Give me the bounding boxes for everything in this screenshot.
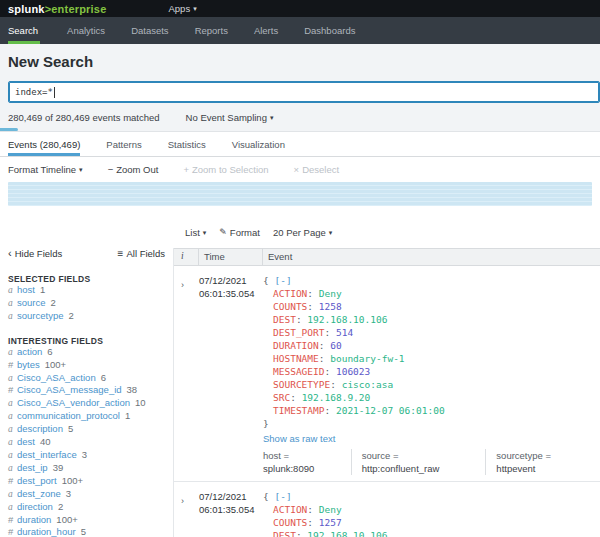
field-item-description[interactable]: adescription5 bbox=[8, 423, 165, 436]
text-cursor bbox=[54, 87, 55, 98]
app-nav: SearchAnalyticsDatasetsReportsAlertsDash… bbox=[0, 17, 600, 44]
string-field-icon: a bbox=[8, 372, 17, 385]
field-item-host[interactable]: ahost1 bbox=[8, 284, 165, 297]
tab-statistics[interactable]: Statistics bbox=[168, 132, 206, 156]
field-count: 1 bbox=[125, 410, 130, 421]
event-content: { [-]ACTION: DenyCOUNTS: 1258DEST: 192.1… bbox=[263, 274, 600, 475]
field-item-dest[interactable]: adest40 bbox=[8, 436, 165, 449]
field-count: 5 bbox=[81, 526, 86, 537]
string-field-icon: a bbox=[8, 297, 17, 310]
hide-fields-label: Hide Fields bbox=[15, 248, 63, 259]
search-progress bbox=[0, 128, 600, 131]
meta-source[interactable]: source = http:confluent_raw bbox=[352, 449, 487, 475]
field-item-dest-port[interactable]: #dest_port100+ bbox=[8, 475, 165, 488]
field-item-communication-protocol[interactable]: acommunication_protocol1 bbox=[8, 410, 165, 423]
events-table: i Time Event ›07/12/202106:01:35.054{ [-… bbox=[173, 248, 600, 537]
show-raw-text-link[interactable]: Show as raw text bbox=[263, 432, 600, 445]
event-time[interactable]: 07/12/202106:01:35.054 bbox=[199, 274, 263, 475]
json-value[interactable]: 2021-12-07 06:01:00 bbox=[336, 405, 445, 416]
search-header: New Search index=* 280,469 of 280,469 ev… bbox=[0, 44, 600, 132]
string-field-icon: a bbox=[8, 436, 17, 449]
nav-item-dashboards[interactable]: Dashboards bbox=[291, 17, 368, 44]
search-input[interactable]: index=* bbox=[8, 81, 600, 103]
nav-item-analytics[interactable]: Analytics bbox=[54, 17, 118, 44]
hide-fields-button[interactable]: ‹ Hide Fields bbox=[8, 248, 62, 259]
deselect-button[interactable]: × Deselect bbox=[294, 164, 340, 175]
nav-item-search[interactable]: Search bbox=[8, 17, 54, 44]
format-timeline-button[interactable]: Format Timeline ▾ bbox=[8, 164, 83, 175]
timeline-toolbar: Format Timeline ▾ − Zoom Out + Zoom to S… bbox=[0, 157, 600, 182]
nav-item-reports[interactable]: Reports bbox=[182, 17, 241, 44]
field-count: 1 bbox=[40, 284, 45, 295]
apps-menu[interactable]: Apps ▾ bbox=[168, 3, 196, 14]
list-view-dropdown[interactable]: List ▾ bbox=[185, 227, 206, 238]
per-page-label: 20 Per Page bbox=[273, 227, 326, 238]
tab-events-280-469[interactable]: Events (280,469) bbox=[8, 132, 80, 156]
json-value[interactable]: 192.168.10.106 bbox=[307, 530, 387, 537]
json-value[interactable]: boundary-fw-1 bbox=[330, 353, 404, 364]
plus-icon: + bbox=[183, 164, 189, 175]
field-count: 40 bbox=[40, 436, 51, 447]
expand-event-button[interactable]: › bbox=[174, 274, 199, 475]
json-value[interactable]: Deny bbox=[319, 288, 342, 299]
field-item-cisco-asa-vendor-action[interactable]: aCisco_ASA_vendor_action10 bbox=[8, 397, 165, 410]
json-value[interactable]: 60 bbox=[330, 340, 341, 351]
splunk-logo[interactable]: splunk>enterprise bbox=[8, 3, 106, 15]
event-time[interactable]: 07/12/202106:01:35.054 bbox=[199, 490, 263, 537]
chevron-left-icon: ‹ bbox=[8, 249, 12, 258]
field-item-cisco-asa-action[interactable]: aCisco_ASA_action6 bbox=[8, 372, 165, 385]
field-item-sourcetype[interactable]: asourcetype2 bbox=[8, 310, 165, 323]
collapse-json-link[interactable]: [-] bbox=[274, 275, 291, 286]
json-value[interactable]: cisco:asa bbox=[342, 379, 393, 390]
json-field-timestamp: TIMESTAMP: 2021-12-07 06:01:00 bbox=[263, 404, 600, 417]
zoom-out-button[interactable]: − Zoom Out bbox=[108, 164, 159, 175]
nav-item-alerts[interactable]: Alerts bbox=[241, 17, 291, 44]
field-item-bytes[interactable]: #bytes100+ bbox=[8, 359, 165, 372]
json-value[interactable]: 1258 bbox=[319, 301, 342, 312]
zoom-out-label: Zoom Out bbox=[116, 164, 158, 175]
meta-sourcetype[interactable]: sourcetype = httpevent bbox=[486, 449, 600, 475]
field-item-source[interactable]: asource2 bbox=[8, 297, 165, 310]
format-button[interactable]: ✎ Format bbox=[219, 227, 260, 238]
json-value[interactable]: Deny bbox=[319, 504, 342, 515]
json-field-dest-port: DEST_PORT: 514 bbox=[263, 326, 600, 339]
field-name: dest_interface bbox=[17, 449, 77, 460]
tab-patterns[interactable]: Patterns bbox=[106, 132, 141, 156]
json-value[interactable]: 1257 bbox=[319, 517, 342, 528]
logo-primary: splunk bbox=[8, 3, 45, 15]
event-date: 07/12/2021 bbox=[199, 274, 263, 287]
json-field-action: ACTION: Deny bbox=[263, 503, 600, 516]
search-progress-bar bbox=[0, 128, 18, 131]
field-item-dest-interface[interactable]: adest_interface3 bbox=[8, 449, 165, 462]
meta-host[interactable]: host = splunk:8090 bbox=[263, 449, 352, 475]
field-item-dest-zone[interactable]: adest_zone3 bbox=[8, 488, 165, 501]
zoom-to-selection-button[interactable]: + Zoom to Selection bbox=[183, 164, 268, 175]
nav-item-datasets[interactable]: Datasets bbox=[118, 17, 182, 44]
timeline-histogram[interactable] bbox=[8, 182, 592, 206]
json-value[interactable]: 106023 bbox=[336, 366, 370, 377]
json-value[interactable]: 514 bbox=[336, 327, 353, 338]
event-sampling-label: No Event Sampling bbox=[186, 112, 267, 123]
expand-event-button[interactable]: › bbox=[174, 490, 199, 537]
field-name: dest_port bbox=[17, 475, 57, 486]
all-fields-button[interactable]: ≡ All Fields bbox=[118, 248, 165, 259]
app-nav-items: SearchAnalyticsDatasetsReportsAlertsDash… bbox=[8, 17, 368, 44]
field-item-duration[interactable]: #duration100+ bbox=[8, 514, 165, 527]
field-item-dest-ip[interactable]: adest_ip39 bbox=[8, 462, 165, 475]
collapse-json-link[interactable]: [-] bbox=[274, 491, 291, 502]
field-item-duration-hour[interactable]: #duration_hour5 bbox=[8, 526, 165, 537]
field-item-direction[interactable]: adirection2 bbox=[8, 501, 165, 514]
results-tabs: Events (280,469)PatternsStatisticsVisual… bbox=[0, 132, 600, 157]
event-sampling-dropdown[interactable]: No Event Sampling ▾ bbox=[186, 112, 274, 123]
json-value[interactable]: 192.168.10.106 bbox=[307, 314, 387, 325]
event-timestamp: 06:01:35.054 bbox=[199, 287, 263, 300]
event-date: 07/12/2021 bbox=[199, 490, 263, 503]
field-item-cisco-asa-message-id[interactable]: #Cisco_ASA_message_id38 bbox=[8, 384, 165, 397]
all-fields-label: All Fields bbox=[126, 248, 165, 259]
tab-visualization[interactable]: Visualization bbox=[232, 132, 285, 156]
field-name: source bbox=[17, 297, 46, 308]
field-count: 3 bbox=[82, 449, 87, 460]
json-value[interactable]: 192.168.9.20 bbox=[302, 392, 371, 403]
per-page-dropdown[interactable]: 20 Per Page ▾ bbox=[273, 227, 332, 238]
field-item-action[interactable]: aaction6 bbox=[8, 346, 165, 359]
